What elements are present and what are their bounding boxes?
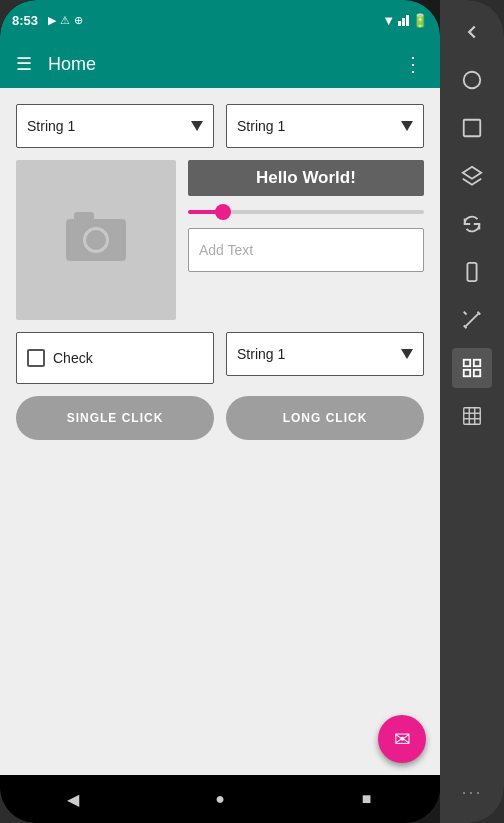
fab-email-button[interactable]: ✉: [378, 715, 426, 763]
side-wand-button[interactable]: [452, 300, 492, 340]
circle-icon: [461, 69, 483, 91]
battery-icon: 🔋: [412, 13, 428, 28]
single-click-button[interactable]: SINGLE CLICK: [16, 396, 214, 440]
text-input-field[interactable]: Add Text: [188, 228, 424, 272]
recent-icon: ■: [362, 790, 372, 808]
navigation-bar: ◀ ● ■: [0, 775, 440, 823]
side-grid-button[interactable]: [452, 348, 492, 388]
spinner-row: String 1 String 1: [16, 104, 424, 148]
status-time: 8:53: [12, 13, 38, 28]
svg-rect-9: [474, 370, 480, 376]
svg-line-5: [466, 314, 479, 327]
svg-rect-1: [464, 120, 481, 137]
more-options-button[interactable]: ⋮: [403, 52, 424, 76]
side-layers-button[interactable]: [452, 156, 492, 196]
spinner1-value: String 1: [27, 118, 75, 134]
side-phone-button[interactable]: [452, 252, 492, 292]
svg-marker-2: [463, 167, 481, 179]
checkbox-input[interactable]: [27, 349, 45, 367]
spinner1-arrow-icon: [191, 121, 203, 131]
app-bar: ☰ Home ⋮: [0, 40, 440, 88]
refresh-icon: [461, 213, 483, 235]
camera-icon: [66, 219, 126, 261]
chevron-left-icon: [461, 21, 483, 43]
spinner3-value: String 1: [237, 346, 285, 362]
play-circle-icon: ▶: [48, 14, 56, 27]
long-click-button[interactable]: LONG CLICK: [226, 396, 424, 440]
layers-icon: [461, 165, 483, 187]
image-row: Hello World! Add Text: [16, 160, 424, 320]
back-nav-button[interactable]: ◀: [55, 781, 91, 817]
grid-outline-icon: [461, 405, 483, 427]
side-refresh-button[interactable]: [452, 204, 492, 244]
status-bar: 8:53 ▶ ⚠ ⊕ ▼ 🔋: [0, 0, 440, 40]
side-square-button[interactable]: [452, 108, 492, 148]
phone-icon: [461, 261, 483, 283]
spinner2[interactable]: String 1: [226, 104, 424, 148]
side-back-button[interactable]: [452, 12, 492, 52]
hello-world-button[interactable]: Hello World!: [188, 160, 424, 196]
wifi-icon: ▼: [382, 13, 395, 28]
home-icon: ●: [215, 790, 225, 808]
svg-point-0: [464, 72, 481, 89]
wand-icon: [461, 309, 483, 331]
spinner2-value: String 1: [237, 118, 285, 134]
spinner3-arrow-icon: [401, 349, 413, 359]
hamburger-menu-button[interactable]: ☰: [16, 53, 32, 75]
right-column: Hello World! Add Text: [188, 160, 424, 320]
spinner2-arrow-icon: [401, 121, 413, 131]
spinner1[interactable]: String 1: [16, 104, 214, 148]
slider-container: [188, 206, 424, 218]
back-icon: ◀: [67, 790, 79, 809]
text-input-placeholder: Add Text: [199, 242, 253, 258]
side-grid-outline-button[interactable]: [452, 396, 492, 436]
svg-rect-10: [464, 408, 481, 425]
warning-icon: ⚠: [60, 14, 70, 27]
main-content: String 1 String 1: [0, 88, 440, 775]
svg-rect-3: [467, 263, 476, 281]
spinner3[interactable]: String 1: [226, 332, 424, 376]
checkbox-label: Check: [53, 350, 93, 366]
side-panel: ···: [440, 0, 504, 823]
slider-track: [188, 210, 424, 214]
side-circle-button[interactable]: [452, 60, 492, 100]
square-icon: [461, 117, 483, 139]
svg-rect-6: [464, 360, 470, 366]
signal-icon: [398, 15, 409, 26]
button-row: SINGLE CLICK LONG CLICK: [16, 396, 424, 440]
checkbox-container[interactable]: Check: [16, 332, 214, 384]
home-nav-button[interactable]: ●: [202, 781, 238, 817]
checkbox-row: Check String 1: [16, 332, 424, 384]
svg-rect-7: [474, 360, 480, 366]
svg-rect-8: [464, 370, 470, 376]
sync-icon: ⊕: [74, 14, 83, 27]
grid-icon: [461, 357, 483, 379]
side-more-dots[interactable]: ···: [461, 782, 482, 803]
slider-thumb[interactable]: [215, 204, 231, 220]
image-placeholder[interactable]: [16, 160, 176, 320]
recent-nav-button[interactable]: ■: [349, 781, 385, 817]
app-bar-title: Home: [48, 54, 403, 75]
email-icon: ✉: [394, 727, 411, 751]
